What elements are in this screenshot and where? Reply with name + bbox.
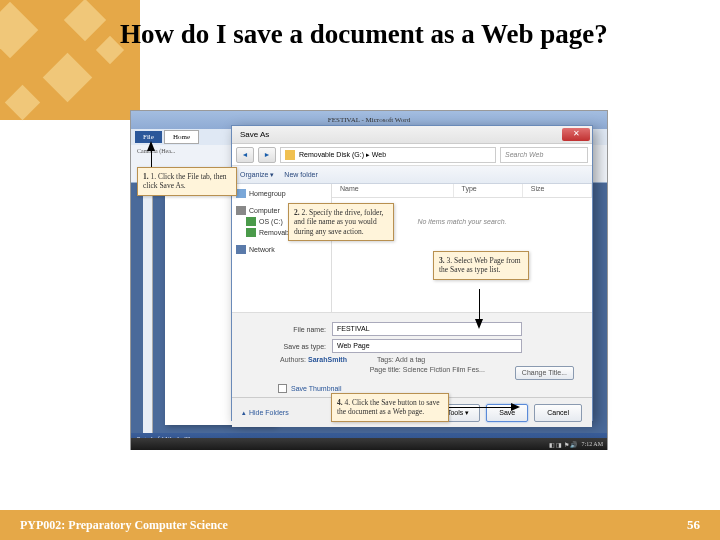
save-thumbnail-checkbox[interactable]: Save Thumbnail (278, 384, 580, 393)
taskbar: ◧ ◨ ⚑ 🔊 7:12 AM (131, 438, 607, 450)
new-folder-button[interactable]: New folder (284, 171, 317, 178)
tray-icons: ◧ ◨ ⚑ 🔊 (549, 441, 578, 448)
vertical-ruler (143, 183, 153, 433)
tree-homegroup[interactable]: Homegroup (234, 188, 329, 199)
tree-label: Network (249, 246, 275, 253)
change-title-button[interactable]: Change Title... (515, 366, 574, 380)
authors-field[interactable]: Authors: SarahSmith (280, 356, 347, 363)
organize-menu[interactable]: Organize ▾ (240, 171, 274, 179)
col-size[interactable]: Size (523, 184, 592, 197)
tree-label: Homegroup (249, 190, 286, 197)
checkbox-label: Save Thumbnail (291, 385, 341, 392)
taskbar-clock: 7:12 AM (581, 441, 603, 447)
footer-left: PYP002: Preparatory Computer Science (20, 518, 228, 533)
dialog-title: Save As (240, 130, 269, 139)
cancel-button[interactable]: Cancel (534, 404, 582, 422)
folder-icon (285, 150, 295, 160)
arrow-right-icon (511, 403, 520, 411)
pagetitle-field: Page title: Science Fiction Film Fes... (370, 366, 485, 380)
callout-1: 1. 1. Click the File tab, then click Sav… (137, 167, 237, 196)
slide-title: How do I save a document as a Web page? (120, 18, 680, 52)
disk-icon (246, 228, 256, 237)
callout-3-arrow (479, 289, 480, 321)
slide-footer: PYP002: Preparatory Computer Science 56 (0, 510, 720, 540)
filename-input[interactable]: FESTIVAL (332, 322, 522, 336)
callout-4: 4. 4. Click the Save button to save the … (331, 393, 449, 422)
dialog-navbar: ◄ ► Removable Disk (G:) ▸ Web Search Web (232, 144, 592, 166)
callout-4-arrow (449, 407, 513, 408)
screenshot-figure: FESTIVAL - Microsoft Word File Home Camb… (130, 110, 608, 450)
filename-label: File name: (270, 326, 326, 333)
dialog-toolbar: Organize ▾ New folder (232, 166, 592, 184)
col-name[interactable]: Name (332, 184, 454, 197)
chevron-up-icon: ▴ (242, 409, 246, 417)
list-header: Name Type Size (332, 184, 592, 198)
save-as-dialog: Save As ✕ ◄ ► Removable Disk (G:) ▸ Web … (231, 125, 593, 421)
slide-decoration (0, 0, 140, 120)
address-bar[interactable]: Removable Disk (G:) ▸ Web (280, 147, 496, 163)
savetype-dropdown[interactable]: Web Page (332, 339, 522, 353)
hide-folders-toggle[interactable]: ▴ Hide Folders (242, 409, 289, 417)
computer-icon (236, 206, 246, 215)
arrow-up-icon (147, 141, 155, 151)
nav-forward-button[interactable]: ► (258, 147, 276, 163)
arrow-down-icon (475, 319, 483, 329)
checkbox-icon (278, 384, 287, 393)
savetype-label: Save as type: (270, 343, 326, 350)
disk-icon (246, 217, 256, 226)
tree-network[interactable]: Network (234, 244, 329, 255)
hide-folders-label: Hide Folders (249, 409, 289, 416)
callout-2: 2. 2. Specify the drive, folder, and fil… (288, 203, 394, 241)
tree-label: Computer (249, 207, 280, 214)
search-input[interactable]: Search Web (500, 147, 588, 163)
dialog-titlebar: Save As ✕ (232, 126, 592, 144)
breadcrumb: Removable Disk (G:) ▸ Web (299, 151, 386, 159)
nav-back-button[interactable]: ◄ (236, 147, 254, 163)
tree-label: OS (C:) (259, 218, 283, 225)
homegroup-icon (236, 189, 246, 198)
home-tab[interactable]: Home (164, 130, 199, 144)
dialog-fields: File name: FESTIVAL Save as type: Web Pa… (232, 312, 592, 397)
col-type[interactable]: Type (454, 184, 523, 197)
network-icon (236, 245, 246, 254)
callout-3: 3. 3. Select Web Page from the Save as t… (433, 251, 529, 280)
tags-field[interactable]: Tags: Add a tag (377, 356, 425, 363)
close-icon[interactable]: ✕ (562, 128, 590, 141)
page-number: 56 (687, 517, 700, 533)
